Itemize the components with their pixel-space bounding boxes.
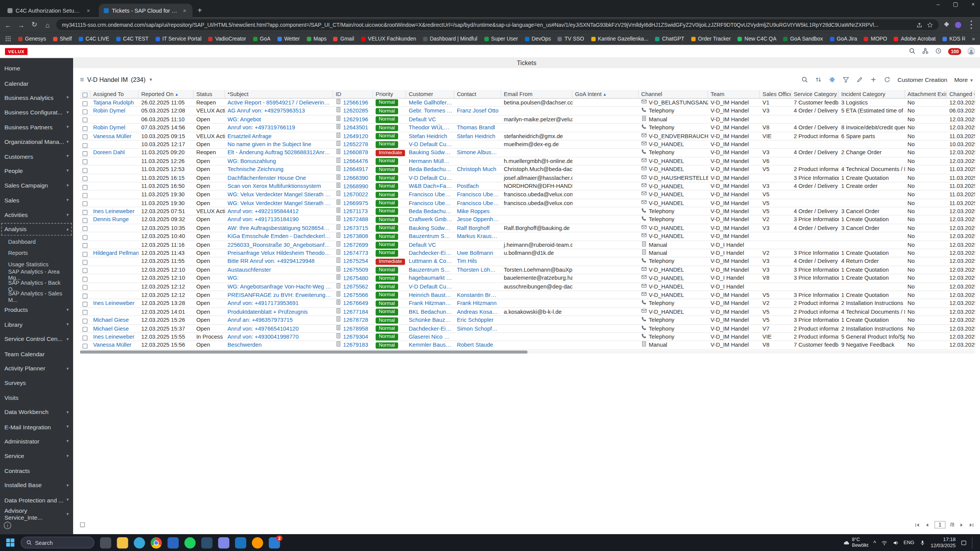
horizontal-scrollbar[interactable] bbox=[80, 350, 975, 353]
cell-customer[interactable]: Luttmann & Co. GmbH ... bbox=[406, 258, 454, 266]
sidebar-item-customers[interactable]: Customers▾ bbox=[0, 149, 73, 163]
bookmark-tv-sso[interactable]: TV SSO bbox=[558, 36, 584, 42]
ticket-id-link[interactable]: 12675562 bbox=[343, 284, 368, 290]
cell-customer[interactable]: Kemmler Baustoffe Gm... bbox=[406, 341, 454, 350]
cell-customer[interactable]: V-D Default Customer ... bbox=[406, 140, 454, 149]
bookmark-velux-fachkunden[interactable]: VELUX Fachkunden bbox=[361, 36, 416, 42]
cell-customer[interactable]: Bauzentrum Schulte G... bbox=[406, 233, 454, 241]
cell-assigned-to[interactable]: Ines Leineweber bbox=[91, 207, 139, 216]
cell-id[interactable]: 12675566 bbox=[333, 291, 373, 300]
bookmark-c4c-test[interactable]: C4C TEST bbox=[116, 36, 149, 42]
show-desktop-button[interactable] bbox=[972, 537, 974, 548]
share-icon[interactable] bbox=[916, 21, 922, 28]
bookmark-dashboard-mindful[interactable]: Dashboard | Mindful bbox=[423, 36, 477, 42]
taskbar-icon-ssms[interactable] bbox=[201, 537, 212, 548]
cell-customer[interactable]: Bauking Südwestfalen ... bbox=[406, 224, 454, 233]
column-header-customer[interactable]: Customer bbox=[406, 90, 454, 99]
bookmark-it-service-portal[interactable]: IT Service Portal bbox=[155, 36, 201, 42]
cell-id[interactable]: 12671173 bbox=[333, 207, 373, 216]
cell-subject[interactable]: Beschwerden bbox=[225, 341, 333, 350]
cell-subject[interactable]: Austauschfenster bbox=[225, 266, 333, 274]
cell-id[interactable]: 12675562 bbox=[333, 283, 373, 291]
ticket-id-link[interactable]: 12664476 bbox=[343, 158, 368, 164]
cell-customer[interactable]: Craftwerk GmbH & Co.... bbox=[406, 216, 454, 224]
bookmark-wetter[interactable]: Wetter bbox=[278, 36, 300, 42]
cell-contact[interactable]: Franz Josef Otto bbox=[454, 107, 501, 116]
table-row[interactable]: Tatjana Rudolph26.02.2025 11:05ReopenAct… bbox=[80, 99, 975, 107]
bookmark-maps[interactable]: Maps bbox=[307, 36, 327, 42]
weather-widget[interactable]: 8°CBewölkt bbox=[843, 537, 869, 548]
bookmark-kds-rechnungen[interactable]: KDS Rechnungen bbox=[942, 36, 965, 42]
column-header-reported-on[interactable]: Reported On▲ bbox=[139, 90, 194, 99]
row-checkbox[interactable] bbox=[80, 124, 91, 132]
cell-subject[interactable]: Dachflächenfenster House One bbox=[225, 174, 333, 183]
home-icon[interactable]: ⌂ bbox=[43, 21, 52, 29]
row-checkbox[interactable] bbox=[80, 249, 91, 258]
cell-subject[interactable]: KiGa Emsschule Emden - Dachdeckerleistun… bbox=[225, 233, 333, 241]
column-header-priority[interactable]: Priority bbox=[373, 90, 407, 99]
ticket-id-link[interactable]: 12675566 bbox=[343, 292, 368, 298]
row-checkbox[interactable] bbox=[80, 216, 91, 224]
sidebar-subitem-sap-analytics-area-mg[interactable]: SAP Analytics - Area Mg... bbox=[0, 269, 73, 280]
ticket-id-link[interactable]: 12673808 bbox=[343, 233, 368, 240]
bookmark-star-icon[interactable] bbox=[927, 21, 933, 28]
collaboration-hub-icon[interactable] bbox=[922, 46, 929, 57]
table-row[interactable]: 12.03.2025 12:10OpenWG:12675480Normalhag… bbox=[80, 274, 975, 283]
column-header-status[interactable]: Status bbox=[194, 90, 225, 99]
sidebar-item-visits[interactable]: Visits bbox=[0, 390, 73, 405]
cell-id[interactable]: 12669975 bbox=[333, 199, 373, 207]
ticket-id-link[interactable]: 12679183 bbox=[343, 342, 368, 348]
table-row[interactable]: Michael Giese12.03.2025 15:37OpenAnruf v… bbox=[80, 324, 975, 333]
cell-id[interactable]: 12664476 bbox=[333, 157, 373, 166]
cell-contact[interactable]: Francisco Ubeda bbox=[454, 191, 501, 199]
column-header-email-from[interactable]: Email From bbox=[501, 90, 572, 99]
sidebar-item-activity-planner[interactable]: Activity Planner▾ bbox=[0, 361, 73, 375]
row-checkbox[interactable] bbox=[80, 258, 91, 266]
cell-id[interactable]: 12676649 bbox=[333, 300, 373, 308]
volume-icon[interactable] bbox=[892, 540, 898, 546]
table-row[interactable]: Dennis Runge12.03.2025 09:32OpenAnruf vo… bbox=[80, 216, 975, 224]
column-header-changed-on[interactable]: Changed On bbox=[947, 90, 975, 99]
edit-pencil-icon[interactable] bbox=[856, 76, 863, 83]
table-row[interactable]: Robin Dymel05.03.2025 12:08VELUX ActionA… bbox=[80, 107, 975, 116]
cell-contact[interactable]: Simone Albuschkat bbox=[454, 149, 501, 157]
more-button[interactable]: More ▼ bbox=[954, 76, 974, 83]
sidebar-item-service[interactable]: Service▾ bbox=[0, 448, 73, 463]
bookmark-c4c-live[interactable]: C4C LIVE bbox=[79, 36, 109, 42]
table-row[interactable]: 11.03.2025 19:30OpenWG: Velux Verdeckter… bbox=[80, 191, 975, 199]
cell-customer[interactable]: Default VC bbox=[406, 241, 454, 249]
cell-customer[interactable]: Beda Bedachungsartik... bbox=[406, 166, 454, 174]
ticket-id-link[interactable]: 12620285 bbox=[343, 108, 368, 114]
tray-expand-caret-icon[interactable]: ^ bbox=[873, 540, 876, 546]
ticket-id-link[interactable]: 12671173 bbox=[343, 208, 368, 214]
sidebar-item-advisory-service-inte[interactable]: Advisory Service_Inte...▾ bbox=[0, 507, 73, 522]
cell-subject[interactable]: Technische Zeichnung bbox=[225, 166, 333, 174]
ticket-id-link[interactable]: 12664917 bbox=[343, 166, 368, 173]
cell-customer[interactable]: Gebr. Tommes KG Fach... bbox=[406, 107, 454, 116]
table-row[interactable]: Vanessa Müller10.03.2025 09:15VELUX Acti… bbox=[80, 132, 975, 140]
cell-assigned-to[interactable]: Robin Dymel bbox=[91, 124, 139, 132]
cell-customer[interactable]: Stefan Heidrich bbox=[406, 132, 454, 140]
menu-kebab-icon[interactable]: ⋮ bbox=[966, 19, 976, 31]
cell-id[interactable]: 12652278 bbox=[333, 140, 373, 149]
cell-customer[interactable]: V-D Default Customer ... bbox=[406, 174, 454, 183]
column-header-service-category[interactable]: Service Category bbox=[791, 90, 839, 99]
page-number-input[interactable] bbox=[934, 521, 946, 529]
cell-contact[interactable]: Frank Hitzmann bbox=[454, 300, 501, 308]
ticket-id-link[interactable]: 12649120 bbox=[343, 133, 368, 139]
ticket-id-link[interactable]: 12669975 bbox=[343, 200, 368, 206]
sidebar-subitem-usage-statistics[interactable]: Usage Statistics bbox=[0, 259, 73, 270]
table-row[interactable]: Vanessa Müller12.03.2025 15:56OpenBeschw… bbox=[80, 341, 975, 350]
sidebar-item-business-configurat[interactable]: Business Configurat...▾ bbox=[0, 105, 73, 120]
taskbar-icon-task-view[interactable] bbox=[100, 537, 111, 548]
cell-contact[interactable]: Tim Hils bbox=[454, 258, 501, 266]
footer-checkbox[interactable] bbox=[80, 522, 85, 527]
column-header-incident-category[interactable]: Incident Category bbox=[839, 90, 905, 99]
row-checkbox[interactable] bbox=[80, 140, 91, 149]
column-header-contact[interactable]: Contact bbox=[454, 90, 501, 99]
row-checkbox[interactable] bbox=[80, 149, 91, 157]
row-checkbox[interactable] bbox=[80, 107, 91, 116]
sidebar-item-sales[interactable]: Sales▾ bbox=[0, 193, 73, 207]
cell-id[interactable]: 12672488 bbox=[333, 216, 373, 224]
taskbar-icon-edge[interactable] bbox=[134, 537, 145, 548]
